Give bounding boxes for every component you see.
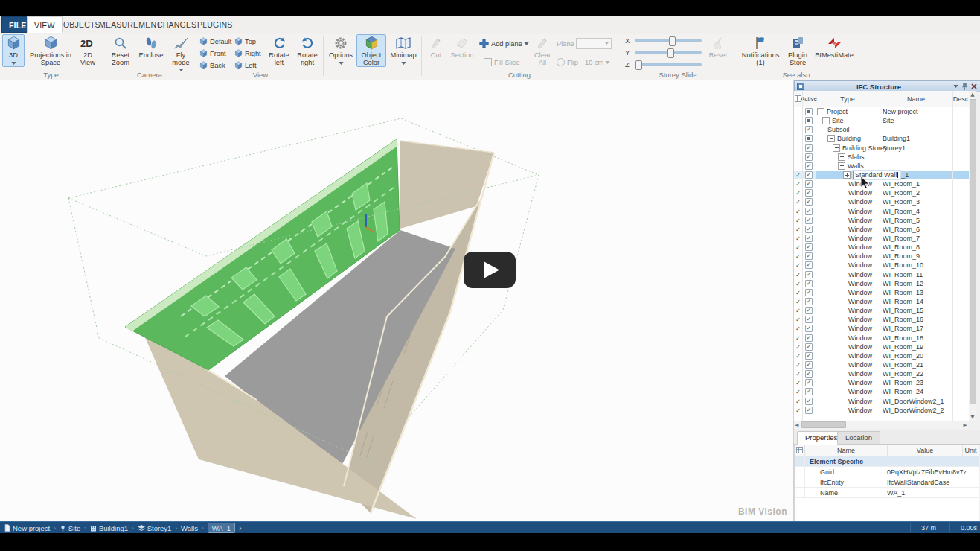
collapse-icon[interactable] bbox=[827, 135, 835, 142]
tree-row[interactable]: ✓✓WindowWI_Room_21 bbox=[794, 360, 969, 369]
active-checkbox[interactable]: ✓ bbox=[802, 325, 816, 332]
projections-in-space-button[interactable]: Projections in Space bbox=[27, 34, 74, 67]
tree-row[interactable]: ✓✓WindowWI_Room_12 bbox=[794, 279, 969, 288]
storey-slider-y[interactable] bbox=[635, 51, 702, 54]
active-checkbox[interactable]: ✓ bbox=[802, 289, 816, 296]
collapse-icon[interactable] bbox=[822, 117, 830, 124]
column-type[interactable]: Type bbox=[816, 91, 880, 107]
rotate-left-button[interactable]: Rotate left bbox=[265, 34, 293, 67]
visibility-check[interactable]: ✓ bbox=[794, 298, 802, 305]
visibility-check[interactable]: ✓ bbox=[794, 343, 802, 351]
viewport-3d[interactable]: BIM Vision bbox=[0, 80, 794, 521]
visibility-check[interactable]: ✓ bbox=[794, 307, 802, 314]
tab-plugins[interactable]: PLUGINS bbox=[190, 16, 240, 33]
active-checkbox[interactable]: ✓ bbox=[802, 388, 816, 395]
scroll-left-arrow[interactable]: ◄ bbox=[795, 421, 798, 429]
active-checkbox[interactable]: ✓ bbox=[802, 398, 816, 405]
tree-row[interactable]: SiteSite bbox=[794, 116, 969, 125]
tree-row[interactable]: ✓✓WindowWI_Room_6 bbox=[794, 225, 969, 234]
column-value[interactable]: Value bbox=[888, 445, 963, 456]
active-checkbox[interactable]: ✓ bbox=[802, 126, 816, 133]
collapse-icon[interactable] bbox=[833, 144, 840, 152]
visibility-check[interactable]: ✓ bbox=[794, 252, 802, 260]
visibility-check[interactable]: ✓ bbox=[794, 370, 802, 378]
visibility-check[interactable]: ✓ bbox=[794, 261, 802, 269]
3d-button[interactable]: 3D bbox=[2, 34, 25, 67]
visibility-check[interactable]: ✓ bbox=[794, 407, 802, 414]
active-checkbox[interactable]: ✓ bbox=[802, 208, 816, 215]
fill-slice-checkbox[interactable]: Fill Slice bbox=[484, 57, 520, 68]
active-checkbox[interactable]: ✓ bbox=[802, 252, 816, 260]
scrollbar-thumb[interactable] bbox=[970, 99, 976, 404]
tree-row[interactable]: ✓✓WindowWI_Room_1 bbox=[794, 179, 969, 188]
storey-slider-x[interactable] bbox=[635, 39, 702, 42]
bimestimate-button[interactable]: BIMestiMate bbox=[813, 34, 856, 60]
add-plane-button[interactable]: Add plane bbox=[479, 38, 529, 49]
tree-row[interactable]: ✓✓WindowWI_Room_23 bbox=[794, 378, 969, 387]
tree-vertical-scrollbar[interactable]: ▲ ▼ bbox=[969, 91, 976, 421]
active-checkbox[interactable]: ✓ bbox=[802, 261, 816, 269]
tree-row[interactable]: ✓✓WindowWI_DoorWindow2_2 bbox=[794, 406, 969, 415]
options-button[interactable]: Options bbox=[326, 34, 356, 67]
reset-zoom-button[interactable]: Reset Zoom bbox=[106, 34, 135, 67]
expand-icon[interactable] bbox=[838, 153, 845, 161]
scroll-right-arrow[interactable]: ► bbox=[964, 421, 967, 429]
visibility-check[interactable]: ✓ bbox=[794, 226, 802, 233]
active-checkbox[interactable]: ✓ bbox=[802, 343, 816, 351]
tree-row[interactable]: ✓✓WindowWI_Room_2 bbox=[794, 188, 969, 197]
active-checkbox[interactable]: ✓ bbox=[802, 334, 816, 342]
tree-row[interactable]: BuildingBuilding1 bbox=[794, 134, 969, 143]
active-checkbox[interactable]: ✓ bbox=[802, 407, 816, 414]
active-checkbox[interactable]: ✓ bbox=[802, 307, 816, 314]
grid-size-dropdown[interactable]: 10 cm bbox=[585, 57, 610, 68]
rename-input[interactable]: Standard Wall bbox=[853, 171, 900, 179]
visibility-check[interactable]: ✓ bbox=[794, 388, 802, 395]
enclose-button[interactable]: Enclose bbox=[135, 34, 167, 60]
collapse-icon[interactable] bbox=[817, 108, 824, 115]
visibility-check[interactable]: ✓ bbox=[794, 379, 802, 386]
property-row[interactable]: NameWA_1 bbox=[795, 488, 979, 498]
plugin-store-button[interactable]: Plugin Store bbox=[783, 34, 813, 67]
tree-row[interactable]: ✓✓WindowWI_Room_19 bbox=[794, 343, 969, 351]
active-checkbox[interactable]: ✓ bbox=[802, 352, 816, 360]
breadcrumb-new-project[interactable]: New project bbox=[4, 524, 50, 532]
column-active[interactable]: Active bbox=[802, 91, 816, 107]
tab-location[interactable]: Location bbox=[837, 431, 880, 445]
visibility-check[interactable]: ✓ bbox=[794, 352, 802, 360]
2d-view-button[interactable]: 2D 2D View bbox=[74, 34, 101, 67]
breadcrumb-site[interactable]: Site bbox=[60, 524, 80, 532]
tree-row[interactable]: ✓✓WindowWI_Room_17 bbox=[794, 324, 969, 333]
tree-row-selected[interactable]: ✓✓Standard Wall_1 bbox=[794, 171, 969, 179]
minimap-button[interactable]: Minimap bbox=[387, 34, 420, 67]
slider-thumb[interactable] bbox=[635, 60, 642, 70]
collapse-icon[interactable] bbox=[838, 162, 845, 170]
breadcrumb-storey1[interactable]: Storey1 bbox=[138, 524, 172, 532]
tree-row[interactable]: ✓✓WindowWI_Room_8 bbox=[794, 243, 969, 252]
active-checkbox[interactable]: ✓ bbox=[802, 379, 816, 386]
active-checkbox[interactable]: ✓ bbox=[802, 153, 816, 161]
fly-mode-button[interactable]: Fly mode bbox=[167, 34, 195, 74]
view-back-button[interactable]: Back bbox=[199, 60, 225, 71]
property-row[interactable]: Guid0PqXHVplz7FibEvHm8v7z bbox=[795, 467, 979, 477]
property-row[interactable]: IfcEntityIfcWallStandardCase bbox=[795, 477, 979, 488]
slider-thumb[interactable] bbox=[669, 36, 676, 46]
tree-row[interactable]: ✓✓WindowWI_Room_18 bbox=[794, 334, 969, 343]
visibility-check[interactable]: ✓ bbox=[794, 280, 802, 287]
tree-row[interactable]: ✓Slabs bbox=[794, 153, 969, 162]
active-checkbox[interactable]: ✓ bbox=[802, 243, 816, 251]
tree-row[interactable]: ✓✓WindowWI_Room_22 bbox=[794, 369, 969, 378]
active-checkbox[interactable]: ✓ bbox=[802, 271, 816, 278]
panel-menu-chevron-icon[interactable] bbox=[953, 85, 958, 88]
view-right-button[interactable]: Right bbox=[234, 48, 261, 59]
view-left-button[interactable]: Left bbox=[234, 60, 257, 71]
scroll-down-arrow[interactable]: ▼ bbox=[969, 413, 976, 421]
visibility-check[interactable]: ✓ bbox=[794, 271, 802, 278]
storey-slider-z[interactable] bbox=[635, 63, 702, 66]
column-name[interactable]: Name bbox=[805, 445, 888, 456]
active-checkbox[interactable]: ✓ bbox=[802, 280, 816, 287]
active-checkbox[interactable]: ✓ bbox=[802, 171, 816, 179]
visibility-check[interactable]: ✓ bbox=[794, 171, 802, 179]
tree-row[interactable]: ✓✓WindowWI_Room_7 bbox=[794, 234, 969, 243]
tree-row[interactable]: ✓✓WindowWI_Room_15 bbox=[794, 306, 969, 315]
active-checkbox[interactable] bbox=[802, 117, 816, 124]
